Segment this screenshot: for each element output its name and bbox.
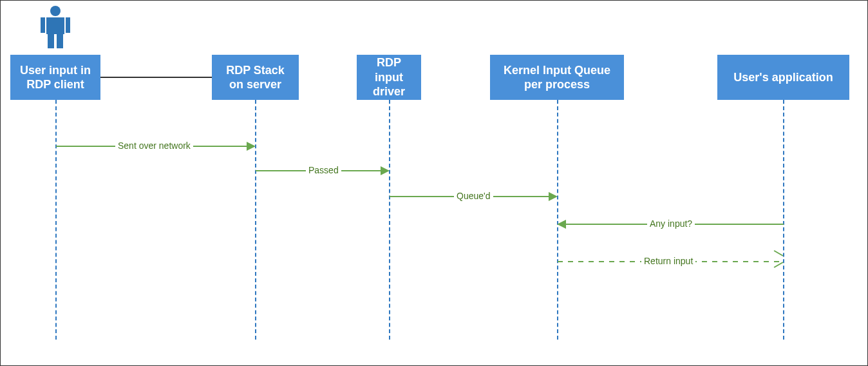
message-label: Return input — [641, 256, 695, 266]
lifeline-p1 — [55, 100, 57, 340]
arrowhead-open-right-icon — [773, 258, 783, 266]
participant-label: User's application — [733, 70, 833, 85]
participant-kernel-queue: Kernel Input Queue per process — [490, 55, 624, 100]
participant-user-app: User's application — [717, 55, 849, 100]
message-label: Sent over network — [115, 140, 193, 151]
message-label: Passed — [306, 165, 341, 175]
participant-label: RDP input driver — [363, 55, 415, 99]
svg-point-0 — [50, 6, 61, 16]
arrowhead-right-icon — [549, 192, 558, 201]
message-label: Queue'd — [454, 191, 493, 201]
participant-user-input: User input in RDP client — [10, 55, 100, 100]
participant-label: Kernel Input Queue per process — [496, 63, 618, 92]
diagram-frame: User input in RDP client RDP Stack on se… — [0, 0, 868, 366]
lifeline-p2 — [255, 100, 256, 340]
header-connector — [100, 77, 212, 78]
svg-rect-5 — [57, 34, 63, 48]
participant-label: RDP Stack on server — [218, 63, 292, 92]
participant-rdp-driver: RDP input driver — [357, 55, 421, 100]
participant-label: User input in RDP client — [17, 63, 94, 92]
lifeline-p5 — [783, 100, 784, 340]
arrowhead-right-icon — [381, 166, 390, 175]
svg-rect-4 — [48, 34, 54, 48]
svg-rect-3 — [66, 17, 70, 33]
participant-rdp-stack: RDP Stack on server — [212, 55, 299, 100]
arrowhead-left-icon — [557, 220, 566, 229]
actor-icon — [39, 5, 71, 50]
svg-rect-2 — [41, 17, 45, 33]
arrowhead-right-icon — [247, 142, 256, 151]
lifeline-p3 — [389, 100, 390, 340]
svg-rect-1 — [46, 17, 64, 34]
message-label: Any input? — [647, 218, 695, 229]
